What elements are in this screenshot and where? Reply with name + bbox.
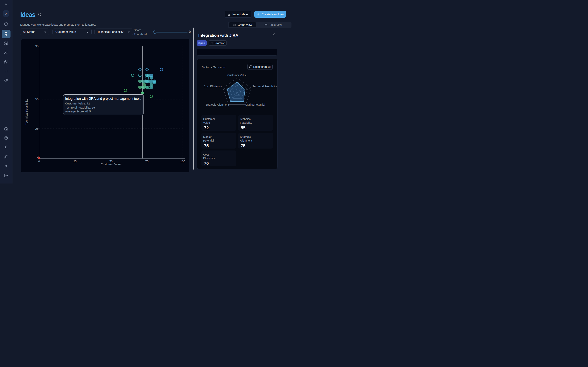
svg-text:Customer Value: Customer Value (101, 163, 121, 166)
svg-text:Strategic Alignment: Strategic Alignment (206, 103, 229, 106)
svg-text:Market Potential: Market Potential (245, 103, 265, 106)
svg-text:Cost Efficiency: Cost Efficiency (204, 85, 222, 88)
svg-text:75: 75 (145, 160, 148, 163)
svg-text:25: 25 (35, 127, 38, 130)
svg-text:100: 100 (180, 160, 185, 163)
svg-text:50: 50 (35, 98, 38, 101)
svg-text:Customer Value: Customer Value (227, 74, 247, 77)
svg-text:0: 0 (38, 160, 40, 163)
svg-text:25: 25 (73, 160, 77, 163)
svg-text:Technical Feasibility: Technical Feasibility (253, 85, 277, 88)
svg-text:95: 95 (35, 44, 38, 48)
svg-text:Technical Feasibility: Technical Feasibility (25, 99, 28, 125)
